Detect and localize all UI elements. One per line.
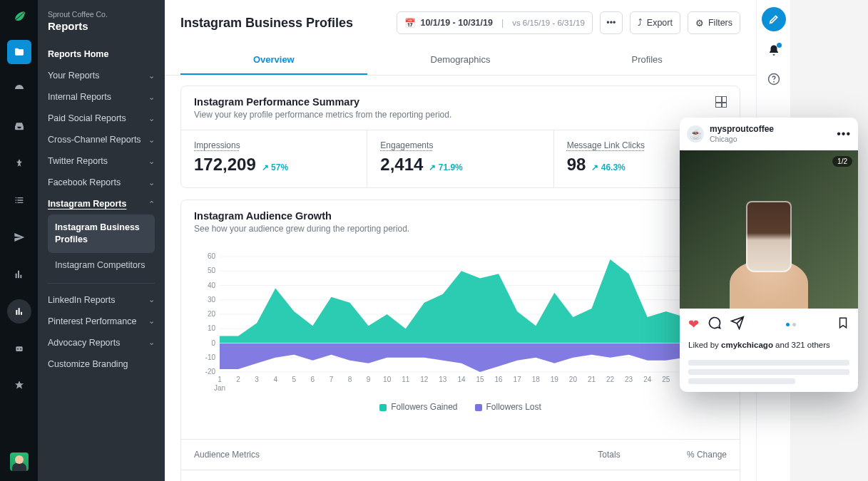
nav-paid-social-reports[interactable]: Paid Social Reports⌄ xyxy=(38,108,165,129)
svg-text:16: 16 xyxy=(495,376,504,383)
svg-text:11: 11 xyxy=(402,376,410,383)
svg-text:6: 6 xyxy=(311,376,315,383)
list-icon[interactable] xyxy=(7,188,31,212)
ig-share-icon[interactable] xyxy=(730,316,745,333)
growth-title: Instagram Audience Growth xyxy=(194,210,409,222)
subnav-instagram-business-profiles[interactable]: Instagram Business Profiles xyxy=(48,214,155,253)
notifications-icon[interactable] xyxy=(767,44,780,60)
svg-text:21: 21 xyxy=(588,376,596,383)
chart-legend: Followers Gained Followers Lost xyxy=(194,395,727,416)
nav-internal-reports[interactable]: Internal Reports⌄ xyxy=(38,86,165,108)
chevron-up-icon: ⌃ xyxy=(148,200,155,209)
export-icon: ⤴ xyxy=(638,18,643,28)
chevron-down-icon: ⌄ xyxy=(148,316,155,326)
svg-text:22: 22 xyxy=(606,376,615,383)
bot-icon[interactable] xyxy=(7,336,31,361)
nav-label: Pinterest Performance xyxy=(48,316,136,326)
svg-text:5: 5 xyxy=(292,376,297,383)
tab-overview[interactable]: Overview xyxy=(180,46,367,75)
svg-point-52 xyxy=(773,81,775,83)
filters-button[interactable]: ⚙Filters xyxy=(688,11,740,34)
legend-gained: Followers Gained xyxy=(379,402,457,412)
summary-card: Instagram Performance Summary View your … xyxy=(180,86,740,188)
company-name: Sprout Coffee Co. xyxy=(48,10,155,19)
chevron-down-icon: ⌄ xyxy=(148,178,155,187)
svg-text:4: 4 xyxy=(273,376,277,383)
help-icon[interactable] xyxy=(767,73,780,88)
ig-avatar-icon: ☕ xyxy=(687,125,704,143)
tab-demographics[interactable]: Demographics xyxy=(367,46,554,75)
compare-text: vs 6/15/19 - 6/31/19 xyxy=(512,19,585,27)
nav-advocacy-reports[interactable]: Advocacy Reports⌄ xyxy=(38,332,165,353)
legend-lost: Followers Lost xyxy=(475,402,541,412)
ig-like-icon[interactable]: ❤ xyxy=(688,316,699,332)
chevron-down-icon: ⌄ xyxy=(148,93,155,102)
page-title: Instagram Business Profiles xyxy=(180,16,389,31)
svg-text:15: 15 xyxy=(476,376,484,383)
content-scroll: Instagram Performance Summary View your … xyxy=(165,76,756,481)
date-range-picker[interactable]: 📅 10/1/19 - 10/31/19 | vs 6/15/19 - 6/31… xyxy=(397,11,592,34)
star-icon[interactable] xyxy=(7,373,31,398)
metric-value: 2,414 xyxy=(380,155,423,175)
nav-linkedin-reports[interactable]: LinkedIn Reports⌄ xyxy=(38,289,165,311)
send-icon[interactable] xyxy=(7,225,31,249)
nav-your-reports[interactable]: Your Reports⌄ xyxy=(38,65,165,86)
ig-bookmark-icon[interactable] xyxy=(837,316,849,333)
svg-text:50: 50 xyxy=(208,267,216,274)
nav-label: Facebook Reports xyxy=(48,177,121,187)
metric-value: 98 xyxy=(567,155,586,175)
instagram-post-preview: ☕ mysproutcoffee Chicago ••• 1/2 ❤ Liked… xyxy=(680,118,858,392)
nav-reports-home[interactable]: Reports Home xyxy=(38,43,165,65)
analytics-icon[interactable] xyxy=(7,299,31,324)
ig-image: 1/2 xyxy=(680,150,858,309)
nav-label: LinkedIn Reports xyxy=(48,295,116,305)
nav-instagram-reports[interactable]: Instagram Reports⌃ xyxy=(38,193,165,214)
caption-placeholder xyxy=(688,360,849,366)
nav-cross-channel-reports[interactable]: Cross-Channel Reports⌄ xyxy=(38,129,165,150)
audience-growth-chart: -20-100102030405060123456789101112131415… xyxy=(194,249,729,392)
svg-text:-10: -10 xyxy=(205,353,216,361)
chevron-down-icon: ⌄ xyxy=(148,295,155,304)
metric-engagements: Engagements 2,41471.9% xyxy=(367,130,553,187)
subnav-instagram-competitors[interactable]: Instagram Competitors xyxy=(48,253,155,277)
svg-text:9: 9 xyxy=(367,376,371,383)
dashboard-icon[interactable] xyxy=(7,77,31,101)
pin-icon[interactable] xyxy=(7,151,31,175)
tab-profiles[interactable]: Profiles xyxy=(553,46,740,75)
svg-point-1 xyxy=(17,348,19,350)
nav-label: Reports Home xyxy=(48,49,108,59)
metric-pct: 57% xyxy=(262,162,288,172)
nav-label: Advocacy Reports xyxy=(48,338,120,348)
caption-placeholder xyxy=(688,369,849,375)
table-view-icon[interactable] xyxy=(715,96,727,108)
brand-logo-icon xyxy=(9,7,29,27)
inbox-icon[interactable] xyxy=(7,114,31,138)
nav-twitter-reports[interactable]: Twitter Reports⌄ xyxy=(38,150,165,172)
ig-username: mysproutcoffee xyxy=(710,125,831,135)
svg-text:10: 10 xyxy=(383,376,392,383)
user-avatar[interactable] xyxy=(10,452,29,471)
nav-facebook-reports[interactable]: Facebook Reports⌄ xyxy=(38,172,165,193)
filters-label: Filters xyxy=(708,18,732,28)
legend-label: Followers Lost xyxy=(486,402,541,412)
divider xyxy=(48,283,155,284)
svg-text:1: 1 xyxy=(218,376,222,383)
svg-text:60: 60 xyxy=(208,252,216,260)
ig-more-icon[interactable]: ••• xyxy=(837,128,851,140)
svg-text:13: 13 xyxy=(439,376,447,383)
export-button[interactable]: ⤴Export xyxy=(630,11,680,34)
brand-block: Sprout Coffee Co. Reports xyxy=(38,0,165,39)
chevron-down-icon: ⌄ xyxy=(148,71,155,81)
compose-button[interactable] xyxy=(762,7,786,31)
chart-icon[interactable] xyxy=(7,262,31,286)
nav-customize-branding[interactable]: Customize Branding xyxy=(38,353,165,375)
topbar: Instagram Business Profiles 📅 10/1/19 - … xyxy=(165,0,756,46)
svg-point-2 xyxy=(20,348,21,350)
ig-comment-icon[interactable] xyxy=(708,316,722,333)
nav-label: Twitter Reports xyxy=(48,156,108,166)
ig-likes-text: Liked by cmykchicago and 321 others xyxy=(680,341,858,356)
folder-icon[interactable] xyxy=(7,40,31,64)
nav-pinterest-performance[interactable]: Pinterest Performance⌄ xyxy=(38,311,165,332)
chevron-down-icon: ⌄ xyxy=(148,157,155,166)
overflow-button[interactable]: ••• xyxy=(600,11,623,34)
